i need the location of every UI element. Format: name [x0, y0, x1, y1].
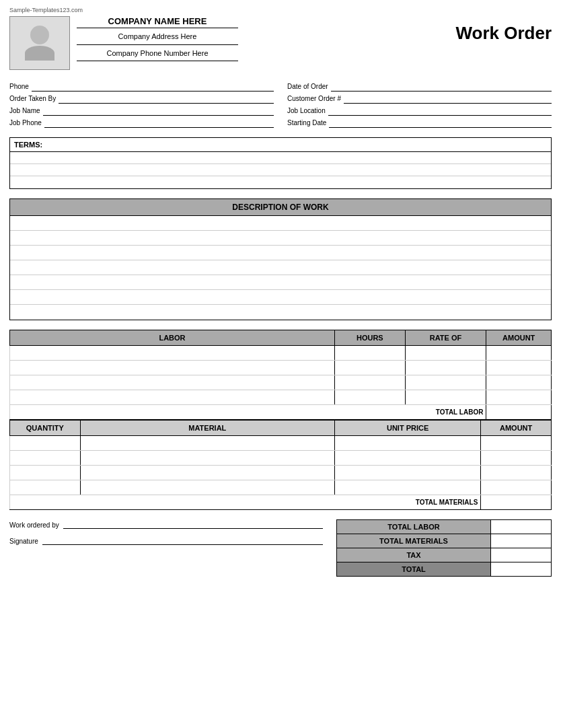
company-address: Company Address Here: [77, 31, 238, 45]
rate-col-header: RATE OF: [405, 330, 486, 346]
company-name: COMPANY NAME HERE: [77, 16, 238, 28]
hours-col-header: HOURS: [335, 330, 406, 346]
summary-row-total: TOTAL: [337, 562, 552, 577]
terms-header: TERMS:: [10, 138, 551, 152]
materials-total-label: TOTAL MATERIALS: [10, 495, 481, 510]
terms-row-1[interactable]: [10, 152, 551, 164]
work-ordered-by-label: Work ordered by: [9, 521, 59, 529]
company-logo: [9, 16, 70, 70]
summary-row-tax: TAX: [337, 548, 552, 562]
summary-table: TOTAL LABOR TOTAL MATERIALS TAX TOTAL: [336, 519, 552, 577]
material-row-2[interactable]: [10, 451, 552, 466]
desc-row-1[interactable]: [10, 216, 551, 231]
unit-price-col-header: UNIT PRICE: [334, 421, 480, 436]
description-section: DESCRIPTION OF WORK: [9, 198, 552, 320]
customer-order-label: Customer Order #: [287, 95, 341, 104]
desc-row-7[interactable]: [10, 305, 551, 320]
description-header: DESCRIPTION OF WORK: [10, 199, 551, 216]
summary-row-total-materials: TOTAL MATERIALS: [337, 534, 552, 548]
watermark: Sample-Templates123.com: [9, 7, 552, 13]
materials-total-row: TOTAL MATERIALS: [10, 495, 552, 510]
job-name-input[interactable]: [43, 106, 274, 116]
material-row-4[interactable]: [10, 480, 552, 495]
summary-row-total-labor: TOTAL LABOR: [337, 520, 552, 534]
summary-total-value[interactable]: [491, 562, 552, 577]
signature-label: Signature: [9, 538, 38, 545]
labor-total-label: TOTAL LABOR: [10, 405, 486, 420]
labor-row-4[interactable]: [10, 390, 552, 405]
form-fields: Phone Date of Order Order Taken By Custo…: [9, 82, 552, 128]
signature-section: Work ordered by Signature: [9, 519, 336, 552]
materials-table: QUANTITY MATERIAL UNIT PRICE AMOUNT TOTA…: [9, 420, 552, 510]
material-col-header: MATERIAL: [80, 421, 334, 436]
order-taken-by-label: Order Taken By: [9, 95, 56, 104]
material-row-1[interactable]: [10, 436, 552, 451]
terms-row-2[interactable]: [10, 164, 551, 176]
labor-col-header: LABOR: [10, 330, 335, 346]
header: COMPANY NAME HERE Company Address Here C…: [9, 16, 552, 70]
company-phone: Company Phone Number Here: [77, 48, 238, 62]
labor-row-1[interactable]: [10, 346, 552, 361]
quantity-col-header: QUANTITY: [10, 421, 81, 436]
work-ordered-by-input[interactable]: [63, 519, 323, 529]
job-phone-input[interactable]: [44, 118, 274, 128]
summary-total-materials-value[interactable]: [491, 534, 552, 548]
terms-row-3[interactable]: [10, 176, 551, 188]
signature-input[interactable]: [42, 536, 323, 545]
job-location-input[interactable]: [328, 106, 552, 116]
amount-col-header: AMOUNT: [486, 330, 552, 346]
labor-total-value[interactable]: [486, 405, 552, 420]
materials-total-value[interactable]: [481, 495, 552, 510]
customer-order-input[interactable]: [344, 94, 552, 104]
job-phone-label: Job Phone: [9, 119, 42, 128]
desc-row-5[interactable]: [10, 275, 551, 290]
desc-row-3[interactable]: [10, 246, 551, 260]
job-location-label: Job Location: [287, 107, 326, 116]
labor-total-row: TOTAL LABOR: [10, 405, 552, 420]
bottom-section: Work ordered by Signature TOTAL LABOR TO…: [9, 519, 552, 577]
labor-table: LABOR HOURS RATE OF AMOUNT TOTAL LABOR: [9, 330, 552, 420]
summary-total-labor-value[interactable]: [491, 520, 552, 534]
summary-total-materials-label: TOTAL MATERIALS: [337, 534, 491, 548]
summary-total-label: TOTAL: [337, 562, 491, 577]
desc-row-6[interactable]: [10, 290, 551, 305]
mat-amount-col-header: AMOUNT: [481, 421, 552, 436]
company-info: COMPANY NAME HERE Company Address Here C…: [77, 16, 238, 64]
summary-tax-label: TAX: [337, 548, 491, 562]
desc-row-4[interactable]: [10, 260, 551, 275]
summary-tax-value[interactable]: [491, 548, 552, 562]
order-taken-by-input[interactable]: [59, 94, 274, 104]
job-name-label: Job Name: [9, 107, 40, 116]
labor-row-2[interactable]: [10, 361, 552, 375]
material-row-3[interactable]: [10, 466, 552, 480]
date-of-order-label: Date of Order: [287, 83, 328, 92]
desc-row-2[interactable]: [10, 231, 551, 246]
terms-section: TERMS:: [9, 137, 552, 189]
summary-total-labor-label: TOTAL LABOR: [337, 520, 491, 534]
starting-date-label: Starting Date: [287, 119, 326, 128]
phone-input[interactable]: [32, 82, 274, 92]
page-title: Work Order: [455, 16, 552, 44]
labor-row-3[interactable]: [10, 375, 552, 390]
phone-label: Phone: [9, 83, 29, 92]
date-of-order-input[interactable]: [331, 82, 552, 92]
starting-date-input[interactable]: [329, 118, 552, 128]
